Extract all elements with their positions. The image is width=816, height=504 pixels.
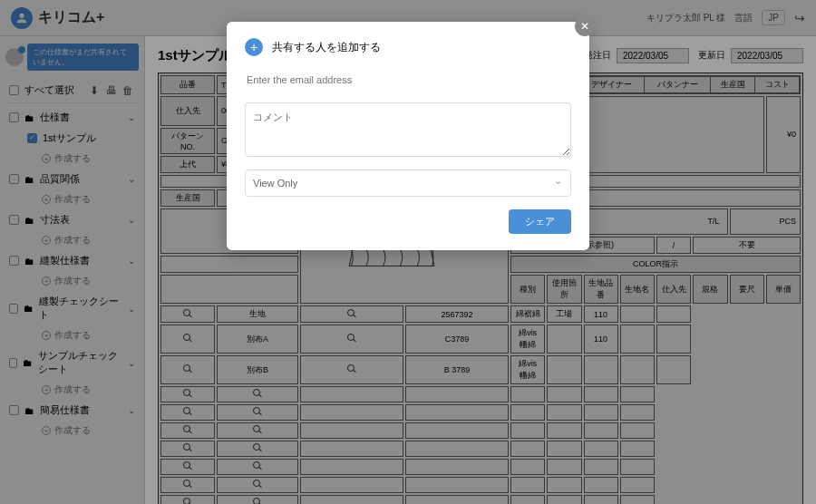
- modal-overlay[interactable]: ✕ + 共有する人を追加する View Only シェア: [0, 0, 816, 504]
- email-input[interactable]: [245, 69, 571, 92]
- plus-icon: +: [245, 38, 263, 56]
- comment-textarea[interactable]: [245, 102, 571, 157]
- share-button[interactable]: シェア: [509, 209, 571, 234]
- permission-select[interactable]: View Only: [245, 170, 571, 197]
- close-icon[interactable]: ✕: [575, 16, 595, 36]
- share-modal: ✕ + 共有する人を追加する View Only シェア: [227, 22, 589, 250]
- modal-title: 共有する人を追加する: [272, 40, 381, 55]
